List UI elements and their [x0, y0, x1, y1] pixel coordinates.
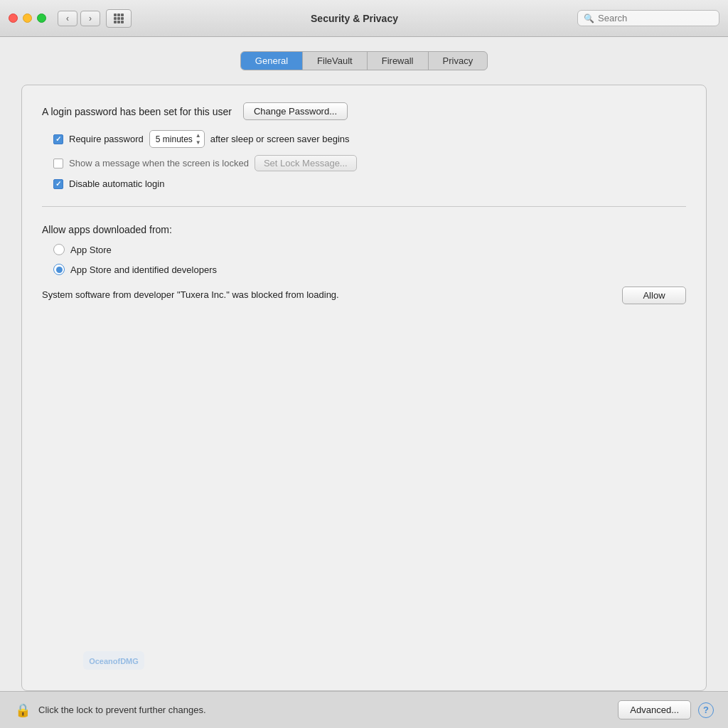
search-bar[interactable]: 🔍	[577, 10, 719, 26]
tab-general[interactable]: General	[241, 52, 303, 70]
advanced-button[interactable]: Advanced...	[618, 700, 691, 719]
tab-filevault[interactable]: FileVault	[303, 52, 368, 70]
appstore-label: App Store	[70, 245, 112, 255]
show-message-row: Show a message when the screen is locked…	[53, 155, 686, 171]
section-divider	[42, 206, 686, 207]
password-section: A login password has been set for this u…	[42, 102, 686, 189]
window-title: Security & Privacy	[132, 13, 577, 24]
password-interval-value: 5 minutes	[156, 134, 193, 144]
help-button[interactable]: ?	[698, 702, 714, 718]
maximize-button[interactable]	[37, 14, 46, 23]
tab-privacy[interactable]: Privacy	[429, 52, 488, 70]
lock-status-text: Click the lock to prevent further change…	[38, 705, 611, 715]
nav-buttons: ‹ ›	[58, 11, 100, 26]
disable-auto-login-checkbox[interactable]	[53, 179, 63, 189]
tabs-container: General FileVault Firewall Privacy	[21, 51, 707, 70]
search-icon: 🔍	[584, 14, 594, 23]
require-password-row: Require password 5 minutes ▲ ▼ after sle…	[53, 130, 686, 148]
lock-button[interactable]: 🔒	[14, 702, 31, 719]
forward-button[interactable]: ›	[80, 11, 100, 26]
show-message-label: Show a message when the screen is locked	[69, 158, 249, 168]
appstore-developers-radio[interactable]	[53, 264, 65, 275]
dropdown-arrows-icon: ▲ ▼	[196, 132, 201, 146]
search-input[interactable]	[598, 13, 697, 23]
tab-firewall[interactable]: Firewall	[368, 52, 429, 70]
require-password-suffix: after sleep or screen saver begins	[210, 134, 350, 144]
minimize-button[interactable]	[23, 14, 32, 23]
titlebar: ‹ › Security & Privacy 🔍	[0, 0, 728, 37]
download-section-label: Allow apps downloaded from:	[42, 224, 686, 235]
back-button[interactable]: ‹	[58, 11, 77, 26]
blocked-section: System software from developer "Tuxera I…	[42, 287, 686, 304]
grid-view-button[interactable]	[106, 9, 132, 28]
password-header: A login password has been set for this u…	[42, 102, 686, 120]
appstore-developers-label: App Store and identified developers	[70, 264, 217, 275]
close-button[interactable]	[9, 14, 18, 23]
require-password-checkbox[interactable]	[53, 134, 63, 144]
tab-group: General FileVault Firewall Privacy	[240, 51, 488, 70]
grid-icon	[114, 14, 124, 23]
set-lock-message-button[interactable]: Set Lock Message...	[255, 155, 357, 171]
settings-panel: A login password has been set for this u…	[21, 85, 707, 691]
appstore-radio[interactable]	[53, 244, 65, 255]
disable-auto-login-row: Disable automatic login	[53, 178, 686, 189]
disable-auto-login-label: Disable automatic login	[69, 178, 164, 189]
change-password-button[interactable]: Change Password...	[243, 102, 348, 120]
lock-icon: 🔒	[15, 702, 31, 718]
blocked-software-text: System software from developer "Tuxera I…	[42, 289, 608, 301]
bottom-bar: 🔒 Click the lock to prevent further chan…	[0, 691, 728, 728]
appstore-radio-row[interactable]: App Store	[53, 244, 686, 255]
traffic-lights	[9, 14, 46, 23]
appstore-developers-radio-row[interactable]: App Store and identified developers	[53, 264, 686, 275]
download-section: Allow apps downloaded from: App Store Ap…	[42, 224, 686, 275]
show-message-checkbox[interactable]	[53, 159, 63, 168]
main-content: General FileVault Firewall Privacy A log…	[0, 37, 728, 691]
require-password-label: Require password	[69, 134, 144, 144]
password-status-text: A login password has been set for this u…	[42, 106, 232, 117]
allow-button[interactable]: Allow	[622, 287, 686, 304]
password-interval-dropdown[interactable]: 5 minutes ▲ ▼	[149, 130, 205, 148]
